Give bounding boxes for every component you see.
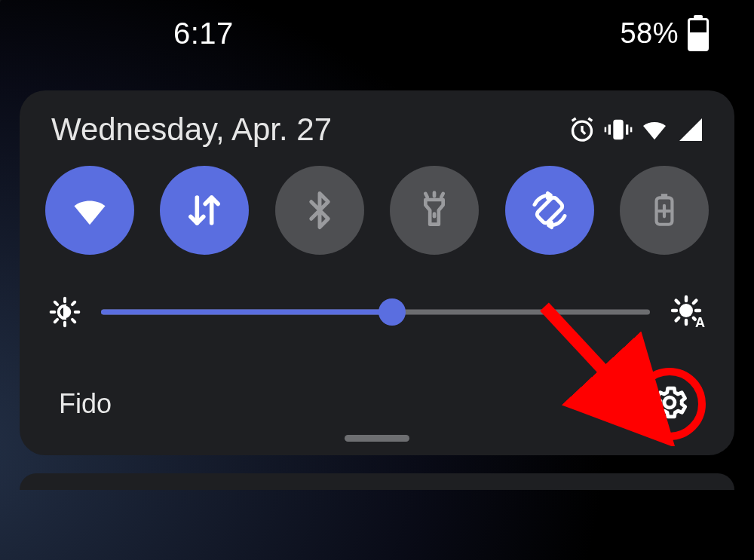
panel-header: Wednesday, Apr. 27 xyxy=(42,107,712,163)
bluetooth-icon xyxy=(299,190,340,231)
tile-flashlight[interactable] xyxy=(390,166,479,255)
svg-rect-2 xyxy=(608,124,611,134)
svg-rect-8 xyxy=(661,194,667,197)
alarm-icon xyxy=(567,115,597,145)
tile-bluetooth[interactable] xyxy=(275,166,364,255)
brightness-slider[interactable] xyxy=(101,301,650,323)
svg-rect-5 xyxy=(630,127,633,133)
battery-icon xyxy=(688,17,709,51)
svg-point-10 xyxy=(679,304,693,317)
flashlight-icon xyxy=(413,189,455,231)
tile-mobile-data[interactable] xyxy=(160,166,249,255)
auto-brightness-toggle[interactable]: A xyxy=(670,294,706,330)
wifi-icon xyxy=(68,188,112,232)
tile-wifi[interactable] xyxy=(45,166,134,255)
panel-date[interactable]: Wednesday, Apr. 27 xyxy=(51,112,332,148)
panel-status-icons xyxy=(567,115,706,145)
svg-rect-3 xyxy=(626,124,628,134)
cellular-status-icon xyxy=(676,115,706,145)
wifi-status-icon xyxy=(639,115,670,145)
panel-drag-handle[interactable] xyxy=(345,435,409,442)
brightness-thumb[interactable] xyxy=(379,298,406,326)
quick-tiles-row xyxy=(42,163,712,255)
vibrate-icon xyxy=(603,115,633,145)
svg-rect-4 xyxy=(605,127,607,133)
brightness-track-fill xyxy=(101,309,392,314)
battery-saver-icon xyxy=(645,191,683,229)
svg-text:A: A xyxy=(695,315,705,330)
settings-button[interactable] xyxy=(638,372,701,436)
svg-point-12 xyxy=(664,397,675,408)
svg-rect-1 xyxy=(613,120,623,140)
mobile-data-icon xyxy=(182,188,226,232)
battery-percent-label: 58% xyxy=(620,17,679,50)
status-bar: 6:17 58% xyxy=(0,0,754,68)
status-bar-right: 58% xyxy=(620,17,709,51)
brightness-low-icon xyxy=(48,295,81,329)
tile-auto-rotate[interactable] xyxy=(505,166,594,255)
gear-icon xyxy=(650,383,689,425)
status-bar-time: 6:17 xyxy=(45,17,234,50)
carrier-label: Fido xyxy=(59,388,112,420)
brightness-row: A xyxy=(42,294,712,330)
tile-battery-saver[interactable] xyxy=(620,166,709,255)
quick-settings-panel: Wednesday, Apr. 27 xyxy=(20,90,734,455)
auto-rotate-icon xyxy=(527,188,572,233)
next-panel-peek xyxy=(20,473,734,490)
panel-footer: Fido xyxy=(42,372,712,436)
